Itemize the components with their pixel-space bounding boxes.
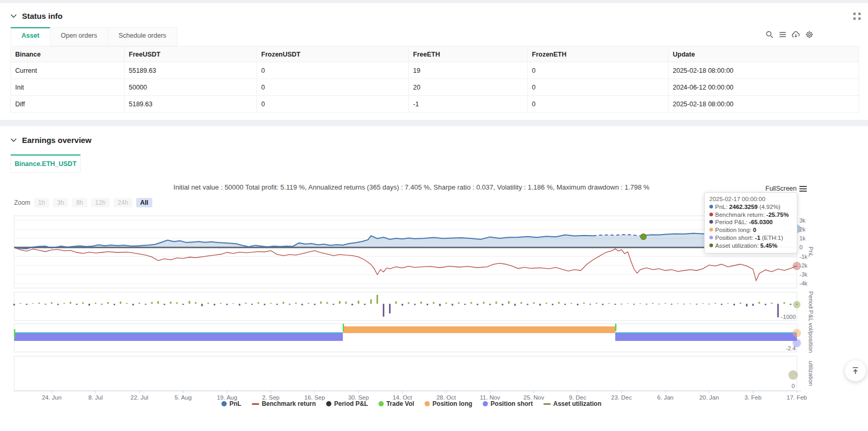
period-pnl-bar xyxy=(351,304,353,305)
pane-border xyxy=(14,216,797,288)
period-pnl-bar xyxy=(633,304,635,305)
period-pnl-bar xyxy=(689,303,691,304)
position-long-bar xyxy=(343,326,615,333)
legend-item-pnl[interactable]: PnL xyxy=(221,400,241,407)
period-pnl-bar xyxy=(658,304,660,304)
column-header: Update xyxy=(669,47,859,62)
trade-marker-dot xyxy=(640,234,646,240)
legend-item-position-long[interactable]: Position long xyxy=(425,400,472,407)
cloud-download-icon[interactable] xyxy=(792,30,800,39)
settings-icon[interactable] xyxy=(805,30,814,39)
collapse-chevron-icon[interactable] xyxy=(10,14,17,18)
legend-label: Trade Vol xyxy=(386,400,414,407)
period-pnl-bar xyxy=(721,304,722,305)
period-pnl-bar xyxy=(733,304,735,305)
period-pnl-bar xyxy=(314,304,316,305)
collapse-chevron-icon[interactable] xyxy=(10,138,17,142)
period-pnl-bar xyxy=(546,303,547,304)
table-cell: 20 xyxy=(409,79,528,96)
back-to-top-button[interactable] xyxy=(845,360,866,381)
period-pnl-bar xyxy=(320,302,322,304)
period-pnl-bar xyxy=(88,304,90,306)
axis-tick-label: -2k xyxy=(799,262,808,269)
axis-tick-label: -4k xyxy=(799,280,808,286)
period-pnl-bar xyxy=(376,295,378,304)
period-pnl-bar xyxy=(188,301,190,304)
expand-icon[interactable] xyxy=(853,13,861,20)
period-pnl-bar xyxy=(283,302,284,304)
period-pnl-bar xyxy=(114,304,115,305)
legend-item-asset-utilization[interactable]: Asset utilization xyxy=(543,400,602,407)
tab-label: Binance.ETH_USDT xyxy=(15,160,76,168)
period-pnl-bar xyxy=(207,303,209,304)
table-toolbar xyxy=(765,30,814,39)
table-cell: 2025-02-18 08:00:00 xyxy=(669,96,859,113)
status-info-header: Status info xyxy=(10,12,63,20)
period-pnl-bar xyxy=(126,303,128,304)
period-pnl-bar xyxy=(527,304,528,305)
period-pnl-bar xyxy=(759,302,760,304)
period-pnl-bar xyxy=(276,304,278,305)
period-pnl-bar xyxy=(452,304,453,305)
legend-item-period-p-l[interactable]: Period P&L xyxy=(326,400,368,407)
latest-marker xyxy=(793,301,800,308)
column-header: FreeETH xyxy=(409,47,528,62)
period-pnl-bar xyxy=(332,304,334,305)
period-pnl-bar xyxy=(258,302,259,304)
legend-item-benchmark-return[interactable]: Benchmark return xyxy=(252,400,316,407)
period-pnl-bar xyxy=(446,303,447,304)
chart-legend: PnLBenchmark returnPeriod P&LTrade VolPo… xyxy=(0,400,823,407)
tab-schedule-orders[interactable]: Schedule orders xyxy=(108,27,177,46)
period-pnl-bar xyxy=(502,304,503,305)
tab-asset[interactable]: Asset xyxy=(10,27,50,47)
earnings-header: Earnings overview xyxy=(10,136,92,145)
period-pnl-bar xyxy=(708,304,710,304)
legend-item-position-short[interactable]: Position short xyxy=(483,400,533,407)
period-pnl-bar xyxy=(408,302,409,304)
period-pnl-bar xyxy=(239,304,240,305)
period-pnl-bar xyxy=(327,302,328,304)
period-pnl-bar xyxy=(696,304,697,304)
period-pnl-bar xyxy=(339,301,340,304)
pane-axis-name: Period P&L xyxy=(808,291,814,322)
earnings-chart[interactable]: Initial net value : 50000 Total profit: … xyxy=(0,181,868,431)
period-pnl-bar xyxy=(395,302,397,304)
period-pnl-bar xyxy=(170,302,172,304)
search-icon[interactable] xyxy=(765,30,774,39)
legend-marker-icon xyxy=(543,403,551,405)
period-pnl-bar xyxy=(577,304,578,305)
legend-marker-icon xyxy=(379,401,384,406)
row-link[interactable]: Current xyxy=(11,62,125,79)
period-pnl-bar xyxy=(226,304,228,305)
asset-table: BinanceFreeUSDTFrozenUSDTFreeETHFrozenET… xyxy=(10,46,859,113)
legend-marker-icon xyxy=(326,401,331,406)
earnings-overview-card: Earnings overview Binance.ETH_USDT Initi… xyxy=(0,126,868,431)
period-pnl-bar xyxy=(57,304,59,305)
period-pnl-bar xyxy=(38,303,40,304)
axis-tick-label: 0 xyxy=(792,383,795,389)
series-dot-icon xyxy=(709,205,713,208)
latest-marker xyxy=(793,329,801,337)
series-dot-icon xyxy=(709,228,713,231)
period-pnl-bar xyxy=(164,304,165,305)
tab-binance-eth-usdt[interactable]: Binance.ETH_USDT xyxy=(10,154,81,173)
axis-tick-label: -3k xyxy=(799,271,808,278)
table-cell: 19 xyxy=(409,62,528,79)
period-pnl-bar xyxy=(520,302,522,304)
tab-open-orders[interactable]: Open orders xyxy=(50,27,108,46)
table-cell: 0 xyxy=(257,79,409,96)
period-pnl-bar xyxy=(677,303,678,304)
list-icon[interactable] xyxy=(778,30,787,39)
period-pnl-bar xyxy=(752,304,754,306)
period-pnl-bar xyxy=(158,301,159,304)
pane-axis-name: vol/position xyxy=(808,323,814,353)
legend-item-trade-vol[interactable]: Trade Vol xyxy=(379,400,414,407)
period-pnl-bar xyxy=(289,304,291,305)
period-pnl-bar xyxy=(383,304,384,317)
period-pnl-bar xyxy=(621,304,622,304)
period-pnl-bar xyxy=(646,304,647,304)
table-row: Init5000002002024-06-12 00:00:00 xyxy=(11,79,859,96)
tooltip-row: Benchmark return: -25.75% xyxy=(709,211,792,219)
legend-marker-icon xyxy=(425,401,430,406)
period-pnl-bar xyxy=(264,304,265,305)
